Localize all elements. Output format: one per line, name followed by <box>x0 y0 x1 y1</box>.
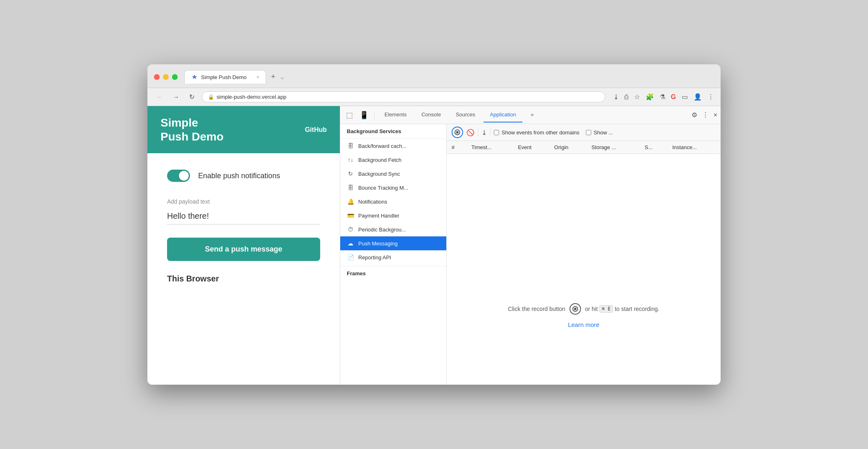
labs-icon[interactable]: ⚗ <box>660 93 665 101</box>
background-fetch-label: Background Fetch <box>358 157 402 163</box>
close-button[interactable] <box>154 74 160 80</box>
record-dot-large <box>574 308 576 310</box>
tabs-row: Simple Push Demo × + ⌵ <box>184 69 284 84</box>
lock-icon: 🔒 <box>208 94 214 100</box>
menu-icon[interactable]: ⋮ <box>708 93 714 101</box>
devtools-inspect-icon[interactable]: ⬚ <box>344 110 355 120</box>
download-button[interactable]: ⤓ <box>481 129 487 136</box>
extensions-icon[interactable]: 🧩 <box>646 93 654 101</box>
google-icon[interactable]: G <box>671 93 676 101</box>
devtools-main-panel: 🚫 ⤓ Show events from other domains Show … <box>447 124 721 385</box>
share-icon[interactable]: ⎙ <box>624 93 628 101</box>
profile-icon[interactable]: 👤 <box>694 93 702 101</box>
learn-more-link[interactable]: Learn more <box>568 321 599 328</box>
site-title: Simple Push Demo <box>160 116 224 143</box>
backforward-label: Back/forward cach... <box>358 143 407 149</box>
tab-more[interactable]: » <box>524 107 540 122</box>
toolbar-separator-2 <box>478 128 478 136</box>
forward-button[interactable]: → <box>170 93 182 102</box>
toggle-row: Enable push notifications <box>167 170 320 182</box>
tab-close-button[interactable]: × <box>257 75 259 79</box>
payload-label: Add payload text <box>167 198 320 205</box>
address-bar: ← → ↻ 🔒 simple-push-demo.vercel.app ⤓ ⎙ … <box>147 88 721 106</box>
show-checkbox-group[interactable]: Show ... <box>586 129 613 136</box>
devtools-action-icons: ⚙ ⋮ × <box>692 111 717 119</box>
events-table: # Timest... Event Origin Storage ... S..… <box>447 141 721 247</box>
sidebar-item-background-sync[interactable]: ↻ Background Sync <box>340 167 446 181</box>
reporting-api-label: Reporting API <box>358 254 391 261</box>
devtools-settings-icon[interactable]: ⚙ <box>692 111 697 119</box>
site-header: Simple Push Demo GitHub <box>147 106 340 153</box>
sidebar-item-reporting-api[interactable]: 📄 Reporting API <box>340 250 446 264</box>
payload-input[interactable] <box>167 208 320 224</box>
col-origin: Origin <box>549 141 587 154</box>
sidebar-icon[interactable]: ▭ <box>682 93 688 101</box>
sidebar-item-payment-handler[interactable]: 💳 Payment Handler <box>340 209 446 222</box>
background-fetch-icon: ↑↓ <box>347 156 354 163</box>
col-s: S... <box>640 141 667 154</box>
address-input[interactable]: 🔒 simple-push-demo.vercel.app <box>202 91 605 102</box>
empty-state-text: Click the record button or hit ⌘ E to st… <box>508 303 660 315</box>
back-button[interactable]: ← <box>154 93 165 102</box>
periodic-background-label: Periodic Backgrou... <box>358 227 406 233</box>
active-tab[interactable]: Simple Push Demo × <box>184 70 266 84</box>
github-link[interactable]: GitHub <box>305 126 327 134</box>
empty-state-text-1: Click the record button <box>508 306 565 312</box>
minimize-button[interactable] <box>163 74 169 80</box>
devtools-close-icon[interactable]: × <box>714 111 717 119</box>
devtools-content: Background Services 🗄 Back/forward cach.… <box>340 124 721 385</box>
toggle-label: Enable push notifications <box>198 172 280 180</box>
empty-state: Click the record button or hit ⌘ E to st… <box>447 247 721 385</box>
events-data-table: # Timest... Event Origin Storage ... S..… <box>447 141 721 154</box>
periodic-background-icon: ⏱ <box>347 226 354 233</box>
sidebar-item-push-messaging[interactable]: ☁ Push Messaging <box>340 236 446 250</box>
browser-toolbar-icons: ⤓ ⎙ ☆ 🧩 ⚗ G ▭ 👤 ⋮ <box>613 93 714 101</box>
sidebar-item-notifications[interactable]: 🔔 Notifications <box>340 195 446 209</box>
record-button[interactable] <box>452 127 463 138</box>
devtools-secondary-toolbar: 🚫 ⤓ Show events from other domains Show … <box>447 124 721 141</box>
push-messaging-label: Push Messaging <box>358 240 398 247</box>
sidebar-item-bounce-tracking[interactable]: 🗄 Bounce Tracking M... <box>340 181 446 195</box>
send-push-button[interactable]: Send a push message <box>167 238 320 261</box>
devtools-toolbar: ⬚ 📱 Elements Console Sources Application… <box>340 106 721 124</box>
tab-title: Simple Push Demo <box>201 74 246 80</box>
window-controls <box>154 74 178 80</box>
notifications-label: Notifications <box>358 199 387 205</box>
tab-elements[interactable]: Elements <box>378 107 413 122</box>
payment-handler-icon: 💳 <box>347 212 354 219</box>
empty-state-text-3: to start recording. <box>615 306 659 312</box>
push-notifications-toggle[interactable] <box>167 170 190 182</box>
sidebar-item-periodic-background[interactable]: ⏱ Periodic Backgrou... <box>340 222 446 236</box>
show-other-domains-checkbox[interactable] <box>494 130 499 135</box>
title-bar: Simple Push Demo × + ⌵ <box>147 64 721 88</box>
reload-button[interactable]: ↻ <box>187 92 197 102</box>
devtools-device-icon[interactable]: 📱 <box>357 110 371 120</box>
payment-handler-label: Payment Handler <box>358 213 399 219</box>
col-event: Event <box>513 141 549 154</box>
devtools-more-icon[interactable]: ⋮ <box>702 111 709 119</box>
download-icon[interactable]: ⤓ <box>613 93 619 101</box>
show-other-domains-label: Show events from other domains <box>502 129 579 136</box>
show-other-domains-checkbox-group[interactable]: Show events from other domains <box>494 129 579 136</box>
tab-sources[interactable]: Sources <box>449 107 482 122</box>
webpage-content: Simple Push Demo GitHub Enable push noti… <box>147 106 340 385</box>
maximize-button[interactable] <box>172 74 178 80</box>
toggle-knob <box>179 171 189 181</box>
show-checkbox[interactable] <box>586 130 591 135</box>
url-text: simple-push-demo.vercel.app <box>217 94 287 100</box>
tab-menu-button[interactable]: ⌵ <box>280 74 284 80</box>
tab-console[interactable]: Console <box>415 107 448 122</box>
frames-section-header: Frames <box>340 266 446 281</box>
sidebar-item-backforward[interactable]: 🗄 Back/forward cach... <box>340 139 446 153</box>
toolbar-separator-3 <box>490 128 491 136</box>
clear-button[interactable]: 🚫 <box>466 129 475 136</box>
payload-section: Add payload text <box>167 198 320 224</box>
record-button-inline <box>570 303 581 315</box>
sidebar-item-background-fetch[interactable]: ↑↓ Background Fetch <box>340 153 446 167</box>
tab-application[interactable]: Application <box>484 107 523 122</box>
bookmark-icon[interactable]: ☆ <box>634 93 640 101</box>
devtools-sidebar: Background Services 🗄 Back/forward cach.… <box>340 124 447 385</box>
new-tab-button[interactable]: + <box>268 69 279 84</box>
table-header-row: # Timest... Event Origin Storage ... S..… <box>447 141 721 154</box>
toolbar-separator-1 <box>374 111 375 119</box>
